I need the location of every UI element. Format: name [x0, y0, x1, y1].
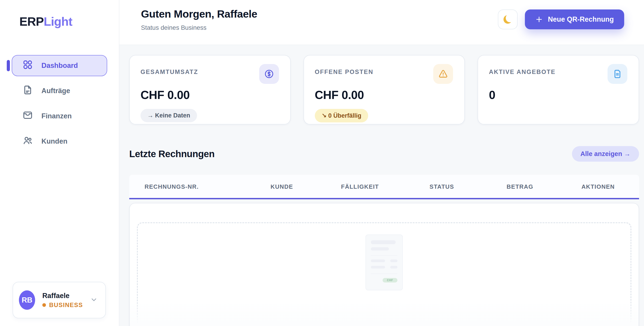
invoices-table-header: RECHNUNGS-NR. KUNDE FÄLLIGKEIT STATUS BE…: [129, 175, 639, 199]
stat-card-aktive-angebote: AKTIVE ANGEBOTE 0: [478, 55, 639, 124]
column-kunde: KUNDE: [244, 183, 319, 190]
column-rechnungs-nr: RECHNUNGS-NR.: [129, 183, 244, 190]
invoices-section-title: Letzte Rechnungen: [129, 148, 214, 159]
logo-text-primary: ERP: [19, 15, 44, 28]
column-aktionen: AKTIONEN: [557, 183, 639, 190]
user-name: Raffaele: [42, 292, 83, 300]
sidebar-item-label: Finanzen: [42, 112, 72, 120]
user-meta: Raffaele BUSINESS: [42, 292, 83, 309]
invoice-placeholder-illustration: CHF: [366, 234, 403, 290]
stat-card-offene-posten: OFFENE POSTEN CHF 0.00 ↘ 0 Überfällig: [304, 55, 465, 124]
stat-card-gesamtumsatz: GESAMTUMSATZ CHF 0.00 → Keine Daten: [129, 55, 291, 124]
sidebar-item-label: Dashboard: [42, 62, 78, 70]
stat-label: AKTIVE ANGEBOTE: [489, 69, 628, 76]
sidebar-nav: Dashboard Aufträge: [0, 55, 119, 152]
warning-triangle-icon: [433, 64, 453, 84]
stat-label: GESAMTUMSATZ: [140, 69, 280, 76]
placeholder-divider: [371, 273, 398, 274]
dollar-circle-icon: [259, 64, 279, 84]
new-qr-invoice-button[interactable]: Neue QR-Rechnung: [525, 10, 624, 29]
user-plan-badge: BUSINESS: [42, 302, 83, 309]
placeholder-row: [371, 266, 398, 268]
sidebar-item-label: Kunden: [42, 137, 67, 145]
plan-label: BUSINESS: [49, 302, 83, 309]
moon-icon: [504, 15, 512, 24]
invoices-table-body: CHF: [129, 203, 639, 326]
placeholder-bar: [371, 266, 385, 268]
plan-status-dot: [42, 303, 46, 307]
user-profile-card[interactable]: RB Raffaele BUSINESS: [12, 282, 106, 318]
sidebar-item-dashboard[interactable]: Dashboard: [12, 55, 107, 76]
main-area: Guten Morgen, Raffaele Status deines Bus…: [119, 0, 644, 326]
stat-badge-ueberfaellig: ↘ 0 Überfällig: [315, 109, 368, 122]
stat-value: CHF 0.00: [315, 88, 454, 102]
theme-toggle-button[interactable]: [498, 10, 518, 29]
column-status: STATUS: [401, 183, 483, 190]
sidebar: ERPLight Dashboard: [0, 0, 119, 326]
avatar: RB: [19, 290, 35, 310]
column-betrag: BETRAG: [483, 183, 557, 190]
page-subtitle: Status deines Business: [141, 24, 257, 31]
document-icon: [22, 85, 33, 97]
placeholder-bar: [371, 240, 396, 244]
grid-icon: [22, 60, 33, 72]
app-logo: ERPLight: [0, 0, 119, 28]
plus-icon: [535, 16, 543, 23]
stat-cards: GESAMTUMSATZ CHF 0.00 → Keine Daten OFFE…: [129, 55, 639, 124]
app-root: ERPLight Dashboard: [0, 0, 644, 326]
dashboard-content: GESAMTUMSATZ CHF 0.00 → Keine Daten OFFE…: [119, 45, 644, 326]
new-qr-invoice-label: Neue QR-Rechnung: [548, 15, 614, 24]
stat-value: CHF 0.00: [140, 88, 280, 102]
wallet-icon: [22, 110, 33, 122]
topbar-actions: Neue QR-Rechnung: [498, 8, 624, 45]
page-title: Guten Morgen, Raffaele: [141, 8, 257, 20]
invoices-empty-state: CHF: [137, 222, 632, 326]
sidebar-item-label: Aufträge: [42, 87, 70, 95]
logo-text-accent: Light: [44, 15, 72, 28]
stat-badge-keine-daten: → Keine Daten: [140, 109, 197, 122]
invoices-section-header: Letzte Rechnungen Alle anzeigen →: [129, 146, 639, 162]
placeholder-divider: [371, 255, 398, 256]
users-icon: [22, 135, 33, 147]
column-faelligkeit: FÄLLIGKEIT: [319, 183, 401, 190]
chevron-down-icon[interactable]: [90, 296, 98, 304]
placeholder-bar: [371, 247, 389, 250]
topbar: Guten Morgen, Raffaele Status deines Bus…: [119, 0, 644, 45]
sidebar-item-kunden[interactable]: Kunden: [12, 131, 107, 152]
sidebar-item-auftraege[interactable]: Aufträge: [12, 80, 107, 101]
quote-document-icon: [608, 64, 627, 84]
sidebar-item-finanzen[interactable]: Finanzen: [12, 105, 107, 127]
stat-value: 0: [489, 88, 628, 102]
view-all-button[interactable]: Alle anzeigen →: [572, 146, 639, 162]
placeholder-bar: [371, 259, 385, 262]
placeholder-bar: [390, 266, 398, 268]
placeholder-chf-chip: CHF: [382, 278, 398, 282]
placeholder-row: [371, 259, 398, 262]
placeholder-bar: [390, 259, 398, 262]
stat-label: OFFENE POSTEN: [315, 69, 454, 76]
topbar-titles: Guten Morgen, Raffaele Status deines Bus…: [141, 8, 257, 45]
